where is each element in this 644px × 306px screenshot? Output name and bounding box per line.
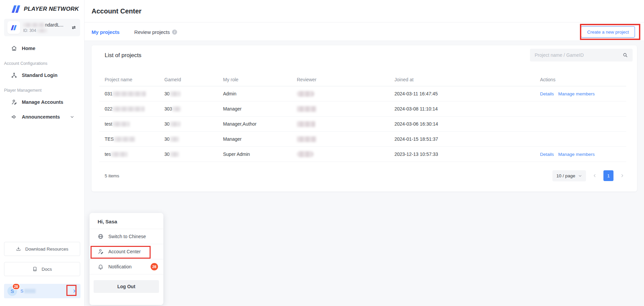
redacted-blur bbox=[114, 137, 135, 142]
col-my-role: My role bbox=[223, 77, 297, 82]
redacted-blur bbox=[297, 136, 316, 142]
section-label-player-management: Player Management bbox=[0, 83, 84, 95]
projects-card: List of projects Project name GameId My … bbox=[92, 45, 637, 191]
notification-count-badge: 28 bbox=[151, 263, 158, 270]
table-row: 031 30 Admin 2024-03-11 16:47:45 Details… bbox=[99, 86, 626, 101]
greeting-text: Hi, Sasa bbox=[90, 213, 163, 229]
projects-table: Project name GameId My role Reviewer Joi… bbox=[99, 73, 626, 162]
redacted-blur bbox=[112, 106, 145, 112]
notification-count-badge: 28 bbox=[12, 283, 20, 290]
redacted-blur bbox=[297, 106, 316, 112]
redacted-blur bbox=[112, 91, 146, 96]
home-icon bbox=[11, 45, 17, 51]
chevron-down-icon[interactable] bbox=[70, 115, 74, 119]
col-reviewer: Reviewer bbox=[297, 77, 394, 82]
bell-icon bbox=[98, 264, 104, 270]
logo-text: PLAYER NETWORK bbox=[24, 6, 79, 12]
user-avatar: S 28 bbox=[7, 286, 17, 296]
manage-members-link[interactable]: Manage members bbox=[558, 91, 595, 96]
account-switcher-card[interactable]: ndardL... ID: 304 bbox=[4, 19, 80, 36]
redacted-blur bbox=[24, 289, 36, 293]
main-content: Account Center My projects Review projec… bbox=[85, 0, 644, 306]
col-actions: Actions bbox=[540, 77, 626, 82]
redacted-blur bbox=[170, 137, 179, 142]
docs-book-icon bbox=[32, 266, 38, 272]
tabs-row: My projects Review projects i Create a n… bbox=[85, 23, 644, 41]
projects-card-header: List of projects bbox=[92, 45, 637, 65]
sidebar-item-home[interactable]: Home bbox=[0, 41, 84, 56]
user-menu-popup: Hi, Sasa Switch to Chinese Account Cente… bbox=[90, 213, 163, 305]
sidebar-item-announcements[interactable]: Announcements bbox=[0, 110, 84, 124]
switch-account-icon[interactable] bbox=[71, 25, 77, 30]
standard-login-icon bbox=[11, 72, 17, 78]
player-network-logo-icon bbox=[11, 5, 20, 13]
redacted-blur bbox=[170, 122, 180, 127]
next-page-button[interactable] bbox=[618, 174, 626, 178]
redacted-blur bbox=[111, 152, 128, 157]
download-resources-button[interactable]: Download Resources bbox=[4, 242, 80, 256]
menu-item-switch-language[interactable]: Switch to Chinese bbox=[90, 229, 163, 244]
total-items-label: 5 items bbox=[105, 173, 119, 178]
redacted-blur bbox=[297, 121, 315, 127]
sidebar-item-standard-login[interactable]: Standard Login bbox=[0, 68, 84, 83]
create-project-button[interactable]: Create a new project bbox=[581, 26, 635, 38]
prev-page-button[interactable] bbox=[591, 174, 599, 178]
sidebar: PLAYER NETWORK ndardL... ID: 304 bbox=[0, 0, 85, 306]
info-icon: i bbox=[172, 30, 177, 35]
sidebar-item-manage-accounts[interactable]: Manage Accounts bbox=[0, 95, 84, 110]
table-row: TES 30 Manager 2024-01-15 18:51:37 bbox=[99, 132, 626, 147]
manage-members-link[interactable]: Manage members bbox=[558, 152, 595, 157]
project-search-input[interactable] bbox=[535, 52, 623, 58]
account-name: ndardL... bbox=[23, 22, 68, 28]
col-gameid: GameId bbox=[164, 77, 223, 82]
download-icon bbox=[16, 246, 22, 252]
page-size-select[interactable]: 10 / page bbox=[552, 170, 586, 181]
project-search-box bbox=[530, 49, 633, 61]
redacted-blur bbox=[297, 151, 314, 157]
user-name: S bbox=[20, 289, 36, 294]
section-label-account-configurations: Account Configurations bbox=[0, 56, 84, 68]
details-link[interactable]: Details bbox=[540, 91, 554, 96]
main-header: Account Center My projects Review projec… bbox=[85, 0, 644, 41]
globe-icon bbox=[98, 233, 104, 239]
user-edit-icon bbox=[98, 249, 104, 255]
redacted-blur bbox=[297, 91, 314, 97]
tab-my-projects[interactable]: My projects bbox=[92, 29, 119, 35]
redacted-blur bbox=[170, 91, 180, 96]
redacted-blur bbox=[172, 106, 181, 112]
redacted-blur bbox=[170, 152, 179, 157]
account-meta: ndardL... ID: 304 bbox=[23, 22, 68, 33]
table-row: 022 303 Manager 2024-03-08 11:10:14 bbox=[99, 101, 626, 117]
app-logo: PLAYER NETWORK bbox=[0, 0, 84, 13]
logout-button[interactable]: Log Out bbox=[94, 280, 159, 293]
redacted-blur bbox=[37, 29, 47, 33]
account-avatar bbox=[7, 21, 20, 34]
sidebar-user-row[interactable]: S 28 S bbox=[4, 284, 80, 298]
sidebar-bottom: Download Resources Docs bbox=[4, 242, 80, 282]
page-title: Account Center bbox=[85, 0, 644, 15]
pagination: 10 / page 1 bbox=[552, 170, 626, 181]
redacted-blur bbox=[112, 122, 130, 127]
app-root: PLAYER NETWORK ndardL... ID: 304 bbox=[0, 0, 644, 306]
account-id: ID: 304 bbox=[23, 28, 68, 33]
tab-review-projects[interactable]: Review projects i bbox=[134, 29, 177, 35]
details-link[interactable]: Details bbox=[540, 152, 554, 157]
sidebar-nav: Home Account Configurations Standard Log… bbox=[0, 41, 84, 124]
menu-item-notification[interactable]: Notification 28 bbox=[90, 259, 163, 274]
user-edit-icon bbox=[11, 99, 17, 105]
card-title: List of projects bbox=[105, 52, 142, 59]
table-header-row: Project name GameId My role Reviewer Joi… bbox=[99, 73, 626, 86]
menu-item-account-center[interactable]: Account Center bbox=[90, 244, 163, 259]
col-joined-at: Joined at bbox=[394, 77, 540, 82]
chevron-right-icon[interactable] bbox=[72, 289, 76, 293]
page-1-button[interactable]: 1 bbox=[603, 170, 613, 181]
redacted-blur bbox=[23, 23, 45, 27]
table-row: tes 30 Super Admin 2023-12-13 10:57:33 D… bbox=[99, 147, 626, 162]
table-footer: 5 items 10 / page 1 bbox=[105, 169, 626, 182]
col-project-name: Project name bbox=[105, 77, 164, 82]
docs-button[interactable]: Docs bbox=[4, 262, 80, 276]
search-icon[interactable] bbox=[623, 52, 628, 58]
announcement-speaker-icon bbox=[11, 114, 17, 120]
table-row: test 30 Manager,Author 2024-03-06 16:30:… bbox=[99, 117, 626, 132]
